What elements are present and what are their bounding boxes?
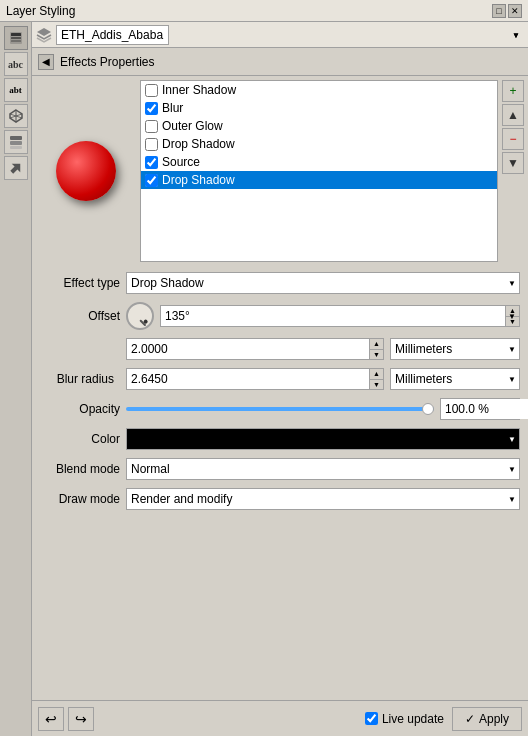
effect-item-outer-glow[interactable]: Outer Glow	[141, 117, 497, 135]
effects-list: Inner Shadow Blur Outer Glow Drop Shadow	[140, 80, 498, 262]
effect-checkbox-source[interactable]	[145, 156, 158, 169]
title-bar-left: Layer Styling	[6, 4, 75, 18]
blur-unit-select[interactable]: Millimeters	[390, 368, 520, 390]
blur-spin-down[interactable]: ▼	[370, 380, 383, 390]
effect-type-select-wrapper: Drop Shadow	[126, 272, 520, 294]
tool-layers[interactable]	[4, 26, 28, 50]
angle-spin-down[interactable]: ▼	[506, 317, 519, 327]
effect-label-drop-shadow-1: Drop Shadow	[162, 137, 235, 151]
svg-rect-8	[10, 136, 22, 140]
tool-text-abc[interactable]: abc	[4, 52, 28, 76]
blur-unit-wrapper: Millimeters	[390, 368, 520, 390]
move-up-button[interactable]: ▲	[502, 104, 524, 126]
main-container: abc abt	[0, 22, 528, 736]
preview-circle	[56, 141, 116, 201]
effect-label-inner-shadow: Inner Shadow	[162, 83, 236, 97]
blend-mode-select-wrapper: Normal	[126, 458, 520, 480]
move-down-button[interactable]: ▼	[502, 152, 524, 174]
effect-checkbox-inner-shadow[interactable]	[145, 84, 158, 97]
effects-list-right: + ▲ − ▼	[502, 80, 524, 262]
layers-icon	[8, 30, 24, 46]
effect-item-source[interactable]: Source	[141, 153, 497, 171]
effects-header-title: Effects Properties	[60, 55, 155, 69]
live-update-label: Live update	[382, 712, 444, 726]
draw-mode-select-wrapper: Render and modify	[126, 488, 520, 510]
add-effect-button[interactable]: +	[502, 80, 524, 102]
offset-unit-wrapper: Millimeters	[390, 338, 520, 360]
preview-box	[36, 80, 136, 262]
remove-effect-button[interactable]: −	[502, 128, 524, 150]
effect-item-drop-shadow-1[interactable]: Drop Shadow	[141, 135, 497, 153]
effect-label-source: Source	[162, 155, 200, 169]
undo-button[interactable]: ↩	[38, 707, 64, 731]
blend-mode-select[interactable]: Normal	[126, 458, 520, 480]
live-update-checkbox[interactable]	[365, 712, 378, 725]
effect-item-drop-shadow-2[interactable]: Drop Shadow	[141, 171, 497, 189]
blur-radius-spinbox: ▲ ▼	[126, 368, 384, 390]
tool-text-abt[interactable]: abt	[4, 78, 28, 102]
effect-item-inner-shadow[interactable]: Inner Shadow	[141, 81, 497, 99]
opacity-row: Opacity ▲ ▼	[40, 398, 520, 420]
offset-row: Offset 135° ▲ ▼	[40, 302, 520, 330]
blur-spin-up[interactable]: ▲	[370, 369, 383, 380]
redo-button[interactable]: ↪	[68, 707, 94, 731]
offset-value-input[interactable]	[127, 339, 369, 359]
offset-spin-down[interactable]: ▼	[370, 350, 383, 360]
color-swatch-wrapper: ▼	[126, 428, 520, 450]
opacity-slider-wrapper	[126, 407, 434, 411]
effect-type-select[interactable]: Drop Shadow	[126, 272, 520, 294]
svg-rect-3	[11, 40, 21, 42]
effect-label-outer-glow: Outer Glow	[162, 119, 223, 133]
apply-button[interactable]: ✓ Apply	[452, 707, 522, 731]
angle-display-wrapper: 135° ▲ ▼	[160, 305, 520, 327]
opacity-slider[interactable]	[126, 407, 434, 411]
offset-spin-up[interactable]: ▲	[370, 339, 383, 350]
effect-label-blur: Blur	[162, 101, 183, 115]
undo-icon: ↩	[45, 711, 57, 727]
tool-stack[interactable]	[4, 130, 28, 154]
blur-radius-input[interactable]	[127, 369, 369, 389]
effect-type-row: Effect type Drop Shadow	[40, 272, 520, 294]
effect-checkbox-drop-shadow-1[interactable]	[145, 138, 158, 151]
opacity-value-input[interactable]	[441, 399, 528, 419]
offset-label: Offset	[40, 309, 120, 323]
tool-3d[interactable]	[4, 104, 28, 128]
restore-button[interactable]: □	[492, 4, 506, 18]
offset-spinners: ▲ ▼	[369, 339, 383, 359]
back-button[interactable]: ◀	[38, 54, 54, 70]
apply-checkmark: ✓	[465, 712, 475, 726]
close-button[interactable]: ✕	[508, 4, 522, 18]
angle-spin-up[interactable]: ▲	[506, 306, 519, 317]
effect-checkbox-drop-shadow-2[interactable]	[145, 174, 158, 187]
blend-mode-label: Blend mode	[40, 462, 120, 476]
offset-unit-select[interactable]: Millimeters	[390, 338, 520, 360]
layer-select[interactable]: ETH_Addis_Ababa	[56, 25, 169, 45]
3d-icon	[8, 108, 24, 124]
color-row: Color ▼	[40, 428, 520, 450]
effect-checkbox-outer-glow[interactable]	[145, 120, 158, 133]
effect-checkbox-blur[interactable]	[145, 102, 158, 115]
opacity-label: Opacity	[40, 402, 120, 416]
angle-dial[interactable]	[126, 302, 154, 330]
effect-item-blur[interactable]: Blur	[141, 99, 497, 117]
title-bar: Layer Styling □ ✕	[0, 0, 528, 22]
effects-header: ◀ Effects Properties	[32, 48, 528, 76]
tool-arrow[interactable]	[4, 156, 28, 180]
stack-icon	[8, 134, 24, 150]
svg-rect-9	[10, 141, 22, 145]
draw-mode-select[interactable]: Render and modify	[126, 488, 520, 510]
svg-rect-1	[11, 33, 21, 36]
layer-select-wrapper: ETH_Addis_Ababa ▼	[56, 25, 524, 45]
svg-rect-10	[10, 146, 22, 149]
opacity-value-spinbox: ▲ ▼	[440, 398, 520, 420]
redo-icon: ↪	[75, 711, 87, 727]
angle-spinners: ▲ ▼	[505, 306, 519, 326]
angle-value: 135°	[165, 309, 190, 323]
layer-icon	[36, 27, 52, 43]
color-swatch[interactable]	[126, 428, 520, 450]
live-update-row: Live update	[365, 712, 444, 726]
effect-type-label: Effect type	[40, 276, 120, 290]
abt-icon: abt	[9, 85, 22, 95]
svg-rect-2	[11, 37, 21, 39]
properties-section: Effect type Drop Shadow Offset 135°	[32, 266, 528, 700]
